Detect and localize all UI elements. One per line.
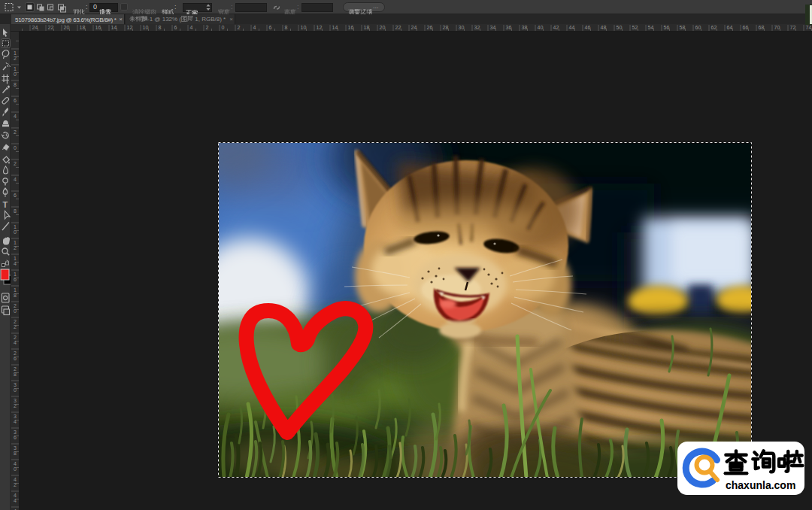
svg-text:26: 26 [427,25,433,30]
svg-text:0: 0 [14,71,17,77]
svg-text:1: 1 [14,240,17,245]
svg-text:16: 16 [95,25,102,30]
svg-text:74: 74 [806,25,812,30]
svg-text:T: T [3,200,8,209]
svg-text:20: 20 [64,25,70,30]
svg-text:58: 58 [680,25,686,30]
svg-text:2: 2 [14,351,17,356]
svg-text:4: 4 [14,419,17,424]
svg-text:38: 38 [522,25,528,30]
svg-text:2: 2 [14,482,17,487]
svg-text:52: 52 [632,25,638,30]
svg-text:3: 3 [14,414,17,419]
svg-text:24: 24 [32,25,38,30]
svg-text:2: 2 [14,245,17,250]
svg-text:10: 10 [301,25,307,30]
svg-text:2: 2 [14,324,17,329]
svg-text:18: 18 [364,25,370,30]
svg-text:2: 2 [238,25,241,30]
svg-text:6: 6 [14,193,17,198]
svg-text:12: 12 [317,25,323,30]
svg-text:16: 16 [348,25,354,30]
svg-text:3: 3 [14,398,17,403]
svg-text:44: 44 [569,25,575,30]
svg-text:10: 10 [143,25,149,30]
svg-text:6: 6 [269,25,272,30]
svg-text:6: 6 [14,277,17,282]
svg-text:54: 54 [648,25,654,30]
svg-text:14: 14 [111,25,117,30]
svg-text:4: 4 [190,25,193,30]
svg-text:1: 1 [14,272,17,277]
svg-text:8: 8 [14,208,17,214]
svg-text:2: 2 [14,366,17,372]
svg-text:6: 6 [14,435,17,440]
svg-text:14: 14 [332,25,338,30]
svg-text:2: 2 [14,403,17,408]
svg-text:68: 68 [759,25,765,30]
svg-text:2: 2 [14,129,17,135]
svg-text:0: 0 [14,387,17,393]
svg-text:66: 66 [743,25,749,30]
svg-text:3: 3 [14,382,17,387]
svg-text:0: 0 [14,229,17,235]
svg-text:4: 4 [14,261,17,266]
svg-text:42: 42 [553,25,559,30]
svg-text:56: 56 [664,25,670,30]
svg-text:34: 34 [490,25,496,30]
svg-text:0: 0 [14,145,17,150]
svg-text:4: 4 [253,25,256,30]
svg-text:chaxunla.com: chaxunla.com [726,479,795,491]
svg-text:20: 20 [380,25,386,30]
svg-text:1: 1 [14,287,17,293]
svg-text:4: 4 [14,340,17,345]
svg-text:70: 70 [774,25,780,30]
svg-text:22: 22 [395,25,401,30]
svg-text:1: 1 [14,66,17,71]
svg-text:0: 0 [14,308,17,314]
svg-text:64: 64 [727,25,733,30]
svg-text:0: 0 [14,466,17,472]
svg-text:30: 30 [459,25,465,30]
svg-text:8: 8 [159,25,162,30]
svg-text:4: 4 [14,493,17,498]
svg-text:40: 40 [538,25,544,30]
svg-text:50: 50 [617,25,623,30]
svg-text:3: 3 [14,430,17,435]
svg-text:2: 2 [14,303,17,308]
svg-text:4: 4 [14,498,17,503]
svg-text:46: 46 [585,25,591,30]
svg-text:2: 2 [206,25,209,30]
svg-text:8: 8 [14,82,17,87]
svg-text:4: 4 [14,114,17,119]
svg-text:0: 0 [222,25,225,30]
svg-text:72: 72 [790,25,796,30]
svg-text:1: 1 [14,50,17,56]
svg-text:12: 12 [127,25,133,30]
svg-text:32: 32 [474,25,480,30]
svg-text:8: 8 [14,293,17,298]
svg-text:2: 2 [14,319,17,324]
svg-text:8: 8 [14,372,17,377]
svg-text:6: 6 [174,25,177,30]
svg-text:48: 48 [601,25,607,30]
svg-text:4: 4 [14,461,17,466]
svg-text:8: 8 [285,25,288,30]
svg-text:60: 60 [695,25,701,30]
svg-text:2: 2 [14,335,17,340]
svg-text:2: 2 [14,56,17,61]
svg-text:28: 28 [443,25,449,30]
svg-text:2: 2 [14,161,17,166]
svg-text:24: 24 [411,25,417,30]
svg-text:3: 3 [14,445,17,451]
svg-text:4: 4 [14,177,17,182]
svg-text:22: 22 [48,25,54,30]
svg-text:1: 1 [14,256,17,261]
svg-text:4: 4 [14,477,17,482]
svg-text:6: 6 [14,98,17,103]
svg-text:18: 18 [80,25,86,30]
svg-text:8: 8 [14,451,17,456]
svg-text:62: 62 [711,25,717,30]
svg-text:6: 6 [14,356,17,361]
svg-text:1: 1 [14,224,17,229]
